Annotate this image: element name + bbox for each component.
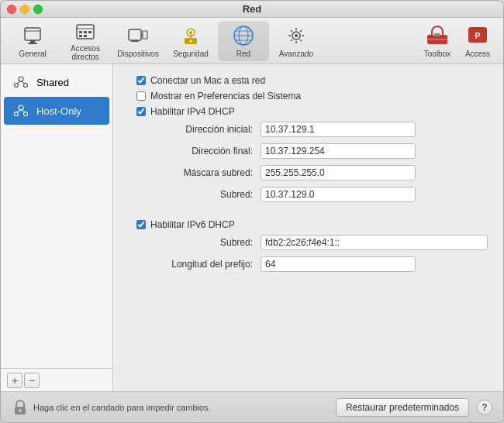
sidebar-list: Shared Host-Only	[1, 64, 112, 368]
svg-rect-3	[28, 43, 37, 44]
toolbar-item-dispositivos[interactable]: Dispositivos	[112, 21, 164, 61]
toolbar-item-seguridad[interactable]: Seguridad	[165, 21, 216, 61]
svg-rect-6	[79, 31, 82, 33]
toolbar-label-seguridad: Seguridad	[173, 50, 209, 58]
main-panel: Conectar un Mac a esta red Mostrar en Pr…	[113, 64, 503, 391]
remove-network-button[interactable]: −	[24, 373, 40, 388]
maximize-button[interactable]	[33, 5, 43, 14]
accesos-icon	[73, 21, 98, 43]
toolbar-item-access[interactable]: P Access	[458, 21, 497, 61]
traffic-lights	[7, 5, 43, 14]
svg-point-42	[24, 84, 28, 88]
toolbar-item-general[interactable]: General	[7, 21, 58, 61]
svg-rect-11	[129, 29, 141, 40]
minimize-button[interactable]	[20, 5, 29, 14]
sidebar-item-shared[interactable]: Shared	[4, 68, 109, 96]
toolbar-label-dispositivos: Dispositivos	[117, 50, 158, 58]
content-area: Shared Host-Only	[1, 64, 503, 391]
titlebar: Red	[1, 1, 503, 18]
mascara-row: Máscara subred:	[129, 165, 488, 181]
sidebar-footer: + −	[1, 368, 112, 391]
svg-line-44	[21, 81, 26, 84]
svg-line-32	[300, 40, 302, 41]
svg-point-16	[189, 31, 192, 34]
svg-line-48	[16, 110, 21, 112]
lock-icon[interactable]	[12, 399, 29, 416]
checkbox-mostrar[interactable]	[136, 91, 146, 101]
mascara-input[interactable]	[261, 165, 416, 181]
svg-line-34	[291, 40, 292, 41]
lock-area: Haga clic en el candado para impedir cam…	[12, 399, 328, 416]
toolbar-item-accesos[interactable]: Accesos directos	[60, 21, 111, 61]
checkbox-conectar-label: Conectar un Mac a esta red	[150, 75, 265, 86]
subred6-label: Subred:	[129, 237, 253, 248]
toolbar-item-red[interactable]: Red	[218, 21, 269, 61]
subred6-input[interactable]	[261, 235, 488, 250]
network-shared-icon	[12, 73, 30, 91]
checkbox-ipv6dhcp-label: Habilitar IPv6 DHCP	[150, 219, 235, 230]
sidebar-item-host-only[interactable]: Host-Only	[4, 97, 109, 125]
toolbar-item-avanzado[interactable]: Avanzado	[271, 21, 322, 61]
subred-row: Subred:	[129, 187, 488, 202]
checkbox-ipv4dhcp[interactable]	[136, 107, 146, 116]
svg-rect-14	[131, 40, 139, 42]
checkbox-mostrar-row: Mostrar en Preferencias del Sistema	[129, 91, 488, 101]
red-icon	[231, 23, 256, 48]
svg-rect-8	[88, 31, 91, 33]
close-button[interactable]	[7, 5, 16, 14]
svg-rect-12	[143, 31, 147, 39]
checkbox-conectar[interactable]	[136, 76, 146, 85]
toolbar-label-accesos: Accesos directos	[60, 44, 111, 61]
toolbar-label-toolbox: Toolbox	[424, 50, 450, 58]
window-title: Red	[243, 3, 262, 15]
svg-rect-7	[84, 31, 87, 33]
longitud-label: Longitud del prefijo:	[129, 259, 253, 270]
checkbox-mostrar-label: Mostrar en Preferencias del Sistema	[150, 91, 301, 101]
dir-final-label: Dirección final:	[129, 146, 253, 156]
subred6-row: Subred:	[129, 235, 488, 250]
help-button[interactable]: ?	[477, 400, 492, 415]
seguridad-icon	[178, 23, 203, 48]
toolbar-label-avanzado: Avanzado	[279, 50, 313, 58]
svg-rect-36	[434, 33, 440, 36]
toolbar: General Accesos directos	[1, 18, 503, 64]
lock-text: Haga clic en el candado para impedir cam…	[33, 403, 211, 412]
dir-inicial-row: Dirección inicial:	[129, 122, 488, 137]
svg-rect-10	[84, 35, 87, 37]
toolbar-item-toolbox[interactable]: Toolbox	[418, 21, 457, 61]
subred-label: Subred:	[129, 189, 253, 200]
longitud-input[interactable]	[261, 256, 416, 272]
checkbox-ipv6dhcp-row: Habilitar IPv6 DHCP	[129, 219, 488, 230]
svg-point-45	[19, 105, 23, 110]
dir-final-input[interactable]	[261, 143, 416, 159]
svg-line-49	[21, 110, 26, 112]
dir-inicial-input[interactable]	[261, 122, 416, 137]
access-icon: P	[465, 23, 490, 48]
sidebar-label-host-only: Host-Only	[36, 105, 81, 117]
bottom-bar: Haga clic en el candado para impedir cam…	[1, 391, 503, 422]
restore-defaults-button[interactable]: Restaurar predeterminados	[336, 398, 469, 417]
svg-line-43	[16, 81, 21, 84]
longitud-row: Longitud del prefijo:	[129, 256, 488, 272]
svg-rect-9	[79, 35, 82, 37]
avanzado-icon	[284, 23, 309, 48]
sidebar-label-shared: Shared	[36, 77, 69, 88]
svg-point-40	[19, 77, 23, 81]
svg-point-47	[24, 112, 28, 116]
checkbox-ipv6dhcp[interactable]	[136, 220, 146, 229]
checkbox-conectar-row: Conectar un Mac a esta red	[129, 75, 488, 86]
subred-input[interactable]	[261, 187, 416, 202]
mascara-label: Máscara subred:	[129, 167, 253, 178]
svg-text:P: P	[475, 31, 480, 40]
checkbox-ipv4dhcp-row: Habilitar IPv4 DHCP	[129, 106, 488, 117]
network-hostonly-icon	[12, 101, 30, 120]
toolbar-label-general: General	[19, 50, 47, 58]
toolbox-icon	[425, 23, 450, 48]
dispositivos-icon	[126, 23, 150, 48]
dir-inicial-label: Dirección inicial:	[129, 124, 253, 135]
add-network-button[interactable]: +	[7, 373, 22, 388]
checkbox-ipv4dhcp-label: Habilitar IPv4 DHCP	[150, 106, 235, 117]
svg-line-31	[291, 30, 292, 32]
toolbar-label-red: Red	[236, 50, 250, 58]
svg-rect-0	[25, 28, 40, 40]
